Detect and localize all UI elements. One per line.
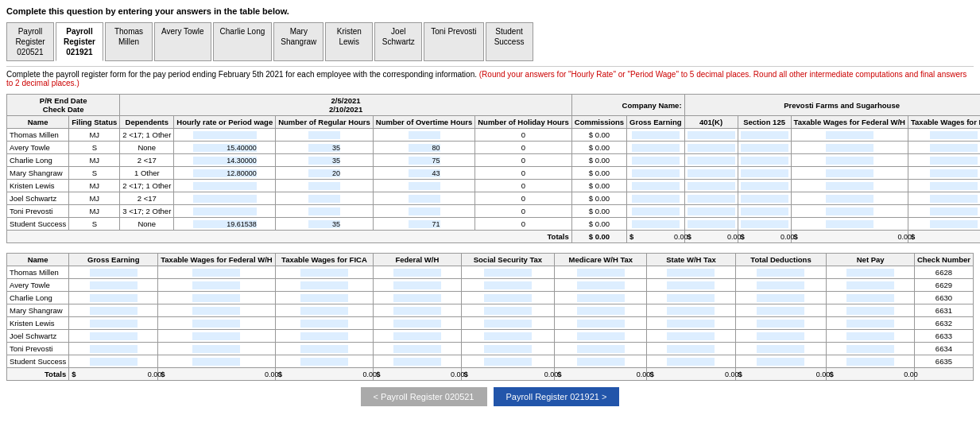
t2-total-ded-input-5[interactable] [757,332,804,340]
t2-state-input-1[interactable] [667,281,715,289]
t1-401k-4[interactable] [684,180,738,192]
tab-student-success[interactable]: StudentSuccess [486,22,533,61]
t1-gross-0[interactable] [627,129,684,142]
t2-ss-5[interactable] [461,330,555,343]
t2-medicare-2[interactable] [555,292,647,304]
t1-txbl-fica-input-0[interactable] [930,131,978,139]
t2-ss-input-2[interactable] [484,294,532,302]
t1-txbl-fed-input-4[interactable] [826,182,873,190]
t2-txbl-fica-0[interactable] [275,266,374,279]
t2-net-pay-2[interactable] [827,292,914,304]
t2-fed-wh-2[interactable] [374,292,461,304]
t1-gross-5[interactable] [627,192,684,205]
t1-gross-3[interactable] [627,167,684,180]
t2-txbl-fica-7[interactable] [275,355,374,368]
t2-net-input-2[interactable] [846,294,894,302]
t1-ot-input-4[interactable] [409,182,440,190]
t1-ot-input-5[interactable] [409,195,440,203]
t2-totals-net-input[interactable] [835,370,917,378]
t1-txbl-fica-3[interactable] [908,167,980,180]
t2-fed-wh-5[interactable] [374,330,461,343]
t1-ot-input-2[interactable] [409,157,440,165]
t2-net-pay-6[interactable] [827,343,914,355]
t1-reg-input-1[interactable] [308,144,340,152]
t2-total-ded-6[interactable] [735,343,827,355]
t2-totals-state-input[interactable] [656,370,738,378]
t2-txbl-fica-input-0[interactable] [300,269,348,277]
t1-401k-3[interactable] [684,167,738,180]
t1-txbl-fed-input-7[interactable] [826,220,873,228]
t1-gross-input-3[interactable] [632,169,680,177]
t2-txbl-fed-3[interactable] [158,304,275,317]
t2-gross-input-5[interactable] [90,332,138,340]
t1-reg-input-2[interactable] [308,157,340,165]
t2-state-input-3[interactable] [667,307,715,315]
tab-mary-shangraw[interactable]: MaryShangraw [273,22,323,61]
t1-401k-input-6[interactable] [688,207,735,215]
t2-gross-0[interactable] [69,266,158,279]
t2-txbl-fica-input-7[interactable] [300,358,348,366]
t2-total-ded-input-2[interactable] [757,294,804,302]
totals-s125-input[interactable] [746,233,794,241]
t1-s125-input-6[interactable] [741,207,788,215]
t2-net-pay-0[interactable] [827,266,914,279]
t2-ss-input-7[interactable] [484,358,532,366]
t1-txbl-fed-6[interactable] [791,205,908,218]
t2-total-ded-2[interactable] [735,292,827,304]
t2-txbl-fed-input-5[interactable] [192,332,240,340]
t2-net-input-1[interactable] [846,281,894,289]
t1-ot-0[interactable] [373,129,475,142]
t2-txbl-fed-input-6[interactable] [192,345,240,353]
t1-401k-input-2[interactable] [688,157,735,165]
t2-net-input-7[interactable] [846,358,894,366]
t2-ss-input-3[interactable] [484,307,532,315]
t1-s125-input-3[interactable] [741,169,788,177]
t1-txbl-fed-input-3[interactable] [826,169,873,177]
t2-txbl-fed-input-3[interactable] [192,307,240,315]
t2-medicare-7[interactable] [555,355,647,368]
t2-totals-fed-wh-input[interactable] [382,370,464,378]
t1-txbl-fica-input-5[interactable] [930,195,978,203]
tab-payroll-register-021921[interactable]: PayrollRegister021921 [56,22,103,61]
t2-state-input-5[interactable] [667,332,715,340]
t2-total-ded-input-6[interactable] [757,345,804,353]
t2-gross-1[interactable] [69,279,158,292]
t2-total-ded-3[interactable] [735,304,827,317]
t2-gross-5[interactable] [69,330,158,343]
t2-medicare-input-4[interactable] [577,320,625,328]
t1-401k-input-7[interactable] [688,220,735,228]
t1-txbl-fica-input-3[interactable] [930,169,978,177]
t2-txbl-fed-input-1[interactable] [192,281,240,289]
t2-total-ded-4[interactable] [735,317,827,330]
t1-401k-input-5[interactable] [688,195,735,203]
t2-total-ded-7[interactable] [735,355,827,368]
t2-totals-ded-input[interactable] [744,370,830,378]
tab-avery-towle[interactable]: Avery Towle [154,22,211,61]
t1-s125-input-5[interactable] [741,195,788,203]
t1-gross-input-5[interactable] [632,195,680,203]
t2-fed-wh-3[interactable] [374,304,461,317]
t1-s125-input-2[interactable] [741,157,788,165]
t2-net-input-3[interactable] [846,307,894,315]
t2-fed-wh-6[interactable] [374,343,461,355]
t2-totals-txbl-fica-input[interactable] [285,370,378,378]
t2-txbl-fica-6[interactable] [275,343,374,355]
t2-net-input-6[interactable] [846,345,894,353]
t2-total-ded-input-7[interactable] [757,358,804,366]
tab-joel-schwartz[interactable]: JoelSchwartz [374,22,422,61]
totals-txbl-fed-input[interactable] [800,233,911,241]
t1-txbl-fica-input-2[interactable] [930,157,978,165]
t1-gross-input-6[interactable] [632,207,680,215]
t1-reg-4[interactable] [276,180,374,192]
t2-gross-input-6[interactable] [90,345,138,353]
t2-state-wh-2[interactable] [647,292,735,304]
t1-txbl-fica-4[interactable] [908,180,980,192]
t2-ss-0[interactable] [461,266,555,279]
t1-hourly-input-6[interactable] [193,207,257,215]
t1-txbl-fed-input-5[interactable] [826,195,873,203]
t1-401k-5[interactable] [684,192,738,205]
t2-state-input-7[interactable] [667,358,715,366]
t1-txbl-fed-input-0[interactable] [826,131,873,139]
t1-txbl-fica-0[interactable] [908,129,980,142]
t1-hourly-1[interactable] [174,142,276,154]
